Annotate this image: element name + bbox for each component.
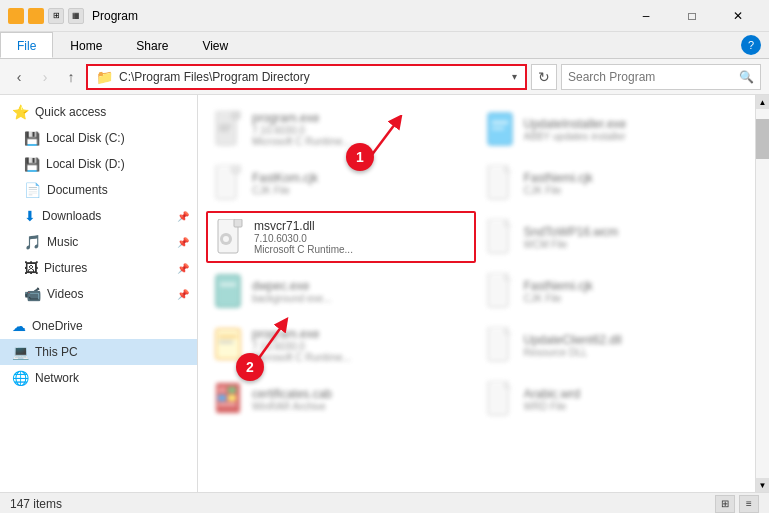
forward-button[interactable]: › xyxy=(34,66,56,88)
sidebar-item-downloads[interactable]: ⬇ Downloads 📌 xyxy=(0,203,197,229)
scroll-thumb[interactable] xyxy=(756,119,770,159)
scrollbar[interactable]: ▲ ▼ xyxy=(755,95,769,492)
minimize-button[interactable]: – xyxy=(623,0,669,32)
list-item[interactable]: certificates.cab WinRAR Archive xyxy=(206,373,476,425)
search-box[interactable]: 🔍 xyxy=(561,64,761,90)
svg-rect-37 xyxy=(228,395,236,401)
file-info: UpdateInstaller.exe ABBY updates install… xyxy=(524,117,627,142)
address-dropdown-button[interactable]: ▾ xyxy=(512,71,517,82)
file-name: Arabic.wrd xyxy=(524,387,581,401)
svg-rect-35 xyxy=(228,387,236,393)
tb-icon-2 xyxy=(28,8,44,24)
grid-view-button[interactable]: ⊞ xyxy=(715,495,735,513)
item-count: 147 items xyxy=(10,497,62,511)
list-item[interactable]: dwpec.exe background exe... xyxy=(206,265,476,317)
list-view-button[interactable]: ≡ xyxy=(739,495,759,513)
scroll-down-button[interactable]: ▼ xyxy=(756,478,770,492)
network-icon: 🌐 xyxy=(12,370,29,386)
list-item[interactable]: SndToWP16.wcm WCM File xyxy=(478,211,748,263)
sidebar-item-quick-access[interactable]: ⭐ Quick access xyxy=(0,99,197,125)
tab-home[interactable]: Home xyxy=(53,32,119,58)
svg-point-21 xyxy=(223,236,229,242)
sidebar-item-local-c[interactable]: 💾 Local Disk (C:) xyxy=(0,125,197,151)
help-button[interactable]: ? xyxy=(741,35,761,55)
back-button[interactable]: ‹ xyxy=(8,66,30,88)
file-type: Microsoft C Runtime... xyxy=(252,136,351,147)
tab-file[interactable]: File xyxy=(0,32,53,58)
sidebar-item-music[interactable]: 🎵 Music 📌 xyxy=(0,229,197,255)
sidebar-item-network[interactable]: 🌐 Network xyxy=(0,365,197,391)
sidebar-item-documents[interactable]: 📄 Documents xyxy=(0,177,197,203)
file-icon xyxy=(484,325,516,365)
pin-icon-downloads: 📌 xyxy=(177,211,189,222)
refresh-button[interactable]: ↻ xyxy=(531,64,557,90)
tab-share[interactable]: Share xyxy=(119,32,185,58)
sidebar-label-documents: Documents xyxy=(47,183,108,197)
svg-rect-14 xyxy=(232,165,240,173)
sidebar-item-local-d[interactable]: 💾 Local Disk (D:) xyxy=(0,151,197,177)
sidebar-label-videos: Videos xyxy=(47,287,83,301)
sidebar-item-pictures[interactable]: 🖼 Pictures 📌 xyxy=(0,255,197,281)
list-item[interactable]: FastNemi.cjk CJK File xyxy=(478,157,748,209)
svg-rect-6 xyxy=(232,111,240,119)
file-type: CJK File xyxy=(524,185,593,196)
svg-rect-11 xyxy=(492,127,504,130)
sidebar-label-music: Music xyxy=(47,235,78,249)
list-item[interactable]: FastKom.cjk CJK File xyxy=(206,157,476,209)
file-icon xyxy=(212,379,244,419)
annotation-2: 2 xyxy=(236,353,264,381)
file-type: Microsoft C Runtime... xyxy=(254,244,353,255)
file-type: WinRAR Archive xyxy=(252,401,332,412)
title-bar: ⊞ ▦ Program – □ ✕ xyxy=(0,0,769,32)
status-bar: 147 items ⊞ ≡ xyxy=(0,492,769,513)
file-icon xyxy=(212,109,244,149)
view-icons: ⊞ ≡ xyxy=(715,495,759,513)
file-name: UpdateClient62.dll xyxy=(524,333,622,347)
file-type: WCM File xyxy=(524,239,619,250)
ribbon: File Home Share View ? xyxy=(0,32,769,59)
svg-rect-28 xyxy=(216,329,240,359)
svg-rect-38 xyxy=(218,403,236,406)
window-title: Program xyxy=(92,9,138,23)
search-input[interactable] xyxy=(568,70,739,84)
file-name: program.exe xyxy=(252,327,351,341)
file-info: Arabic.wrd WRD File xyxy=(524,387,581,412)
file-icon xyxy=(484,163,516,203)
up-button[interactable]: ↑ xyxy=(60,66,82,88)
file-icon xyxy=(484,109,516,149)
list-item-highlighted[interactable]: msvcr71.dll 7.10.6030.0 Microsoft C Runt… xyxy=(206,211,476,263)
svg-rect-30 xyxy=(219,341,233,343)
close-button[interactable]: ✕ xyxy=(715,0,761,32)
file-icon xyxy=(212,163,244,203)
scroll-up-button[interactable]: ▲ xyxy=(756,95,770,109)
pin-icon-music: 📌 xyxy=(177,237,189,248)
sidebar-item-onedrive[interactable]: ☁ OneDrive xyxy=(0,313,197,339)
list-item[interactable]: UpdateClient62.dll Resource DLL xyxy=(478,319,748,371)
star-icon: ⭐ xyxy=(12,104,29,120)
maximize-button[interactable]: □ xyxy=(669,0,715,32)
documents-icon: 📄 xyxy=(24,182,41,198)
onedrive-icon: ☁ xyxy=(12,318,26,334)
file-type: ABBY updates installer xyxy=(524,131,627,142)
tb-icon-4: ▦ xyxy=(68,8,84,24)
list-item[interactable]: program.exe 7.10.6030.0 Microsoft C Runt… xyxy=(206,103,476,155)
file-info: FastNemi.cjk CJK File xyxy=(524,279,593,304)
scroll-track[interactable] xyxy=(756,109,770,478)
svg-rect-34 xyxy=(218,387,226,393)
address-field[interactable]: 📁 C:\Program Files\Program Directory ▾ xyxy=(86,64,527,90)
file-name: certificates.cab xyxy=(252,387,332,401)
sidebar-item-videos[interactable]: 📹 Videos 📌 xyxy=(0,281,197,307)
list-item[interactable]: Arabic.wrd WRD File xyxy=(478,373,748,425)
sidebar-label-network: Network xyxy=(35,371,79,385)
file-name: program.exe xyxy=(252,111,351,125)
file-icon xyxy=(484,271,516,311)
file-detail: 7.10.6030.0 xyxy=(252,341,351,352)
list-item[interactable]: UpdateInstaller.exe ABBY updates install… xyxy=(478,103,748,155)
file-type: background exe... xyxy=(252,293,332,304)
videos-icon: 📹 xyxy=(24,286,41,302)
tab-view[interactable]: View xyxy=(185,32,245,58)
disk-d-icon: 💾 xyxy=(24,157,40,172)
sidebar-item-thispc[interactable]: 💻 This PC xyxy=(0,339,197,365)
file-type: CJK File xyxy=(252,185,318,196)
list-item[interactable]: FastNemi.cjk CJK File xyxy=(478,265,748,317)
